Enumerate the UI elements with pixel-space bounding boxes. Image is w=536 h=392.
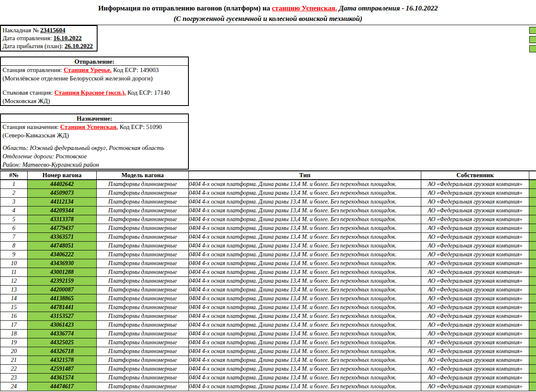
green-strip-cell — [529, 356, 536, 364]
wagon-owner-cell: АО «Федеральная грузовая компания» — [421, 268, 529, 276]
table-header-row: #№ Номер вагона Модель вагона Тип Собств… — [0, 171, 536, 180]
wagon-number-cell: 42392159 — [28, 276, 97, 285]
wagon-number-cell: 44200087 — [28, 285, 97, 294]
green-strip-cell — [529, 285, 536, 294]
wagon-number-cell: 44402642 — [28, 180, 97, 188]
spacer — [1, 83, 188, 88]
wagon-number-cell: 43313378 — [28, 215, 97, 224]
wagon-type-cell: 0404 4-х осная платформа. Длина рамы 13,… — [189, 356, 421, 364]
row-index-cell: 18 — [0, 329, 28, 338]
destination-station-label: Станция назначения: — [3, 124, 60, 130]
table-row: 444209344Платформы длинномерные0404 4-х … — [0, 206, 536, 215]
wagon-owner-cell: АО «Федеральная грузовая компания» — [421, 329, 529, 338]
departure-station-line: Станция отправления: Станция Уречье. Код… — [1, 66, 188, 74]
row-index-cell: 3 — [0, 197, 28, 206]
wagon-owner-cell: АО «Федеральная грузовая компания» — [421, 338, 529, 347]
destination-station-name: Станция Успенская. — [60, 124, 118, 130]
wagon-type-cell: 0404 4-х осная платформа. Длина рамы 13,… — [189, 382, 421, 391]
header-owner: Собственник — [421, 171, 529, 180]
wagon-number-cell: 43001288 — [28, 268, 97, 276]
green-cell-marker — [529, 27, 536, 34]
wagon-model-cell: Платформы длинномерные — [97, 259, 189, 268]
wagon-owner-cell: АО «Федеральная грузовая компания» — [421, 303, 529, 312]
table-row: 1844336774Платформы длинномерные0404 4-х… — [0, 329, 536, 338]
wagon-model-cell: Платформы длинномерные — [97, 197, 189, 206]
table-row: 2242591487Платформы длинномерные0404 4-х… — [0, 364, 536, 373]
table-row: 844748051Платформы длинномерные0404 4-х … — [0, 241, 536, 250]
title-prefix: Информация по отправлению вагонов (платф… — [98, 4, 272, 12]
green-strip-cell — [529, 364, 536, 373]
header-wagon-model: Модель вагона — [97, 171, 189, 180]
row-index-cell: 19 — [0, 338, 28, 347]
green-cell-marker — [529, 36, 536, 43]
wagon-number-cell: 44138865 — [28, 294, 97, 303]
row-index-cell: 7 — [0, 232, 28, 241]
green-strip-cell — [529, 276, 536, 285]
wagon-type-cell: 0404 4-х осная платформа. Длина рамы 13,… — [189, 180, 421, 188]
shipment-document: { "title": { "line1_prefix": "Информация… — [0, 0, 536, 392]
green-strip-cell — [529, 180, 536, 188]
departure-station-code: Код ЕСР: 149003 — [112, 67, 159, 73]
wagon-model-cell: Платформы длинномерные — [97, 268, 189, 276]
table-row: 1344200087Платформы длинномерные0404 4-х… — [0, 285, 536, 294]
table-row: 1143001288Платформы длинномерные0404 4-х… — [0, 268, 536, 276]
header-row-number: #№ — [0, 171, 28, 180]
header-wagon-number: Номер вагона — [28, 171, 97, 180]
wagon-type-cell: 0404 4-х осная платформа. Длина рамы 13,… — [189, 268, 421, 276]
wagon-type-cell: 0404 4-х осная платформа. Длина рамы 13,… — [189, 241, 421, 250]
wagon-number-cell: 44748051 — [28, 241, 97, 250]
departure-date-value: 16.10.2022 — [54, 35, 82, 41]
wagon-owner-cell: АО «Федеральная грузовая компания» — [421, 206, 529, 215]
wagon-type-cell: 0404 4-х осная платформа. Длина рамы 13,… — [189, 294, 421, 303]
wagon-model-cell: Платформы длинномерные — [97, 224, 189, 232]
departure-date-label: Дата отправления: — [3, 35, 54, 41]
green-strip-cell — [529, 320, 536, 329]
wagon-owner-cell: АО «Федеральная грузовая компания» — [421, 347, 529, 356]
title-destination-station: станцию Успенская. — [272, 4, 337, 12]
wagon-type-cell: 0404 4-х осная платформа. Длина рамы 13,… — [189, 224, 421, 232]
wagon-number-cell: 44474617 — [28, 382, 97, 391]
wagon-owner-cell: АО «Федеральная грузовая компания» — [421, 320, 529, 329]
wagon-table: #№ Номер вагона Модель вагона Тип Собств… — [0, 170, 536, 391]
wagon-model-cell: Платформы длинномерные — [97, 294, 189, 303]
wagon-type-cell: 0404 4-х осная платформа. Длина рамы 13,… — [189, 364, 421, 373]
green-strip-cell — [529, 188, 536, 197]
waybill-number-label: Накладная № — [3, 27, 40, 34]
wagon-owner-cell: АО «Федеральная грузовая компания» — [421, 285, 529, 294]
wagon-type-cell: 0404 4-х осная платформа. Длина рамы 13,… — [189, 206, 421, 215]
wagon-owner-cell: АО «Федеральная грузовая компания» — [421, 382, 529, 391]
wagon-type-cell: 0404 4-х осная платформа. Длина рамы 13,… — [189, 303, 421, 312]
destination-box: Назначение: Станция назначения: Станция … — [0, 113, 189, 170]
row-index-cell: 4 — [0, 206, 28, 215]
wagon-model-cell: Платформы длинномерные — [97, 329, 189, 338]
row-index-cell: 16 — [0, 312, 28, 320]
junction-station-code: Код ЕСР: 17140 — [126, 89, 170, 96]
table-row: 344112134Платформы длинномерные0404 4-х … — [0, 197, 536, 206]
row-index-cell: 14 — [0, 294, 28, 303]
wagon-number-cell: 44326718 — [28, 347, 97, 356]
wagon-model-cell: Платформы длинномерные — [97, 285, 189, 294]
row-index-cell: 17 — [0, 320, 28, 329]
arrival-date-label: Дата прибытия (план): — [3, 43, 64, 49]
wagon-type-cell: 0404 4-х осная платформа. Длина рамы 13,… — [189, 312, 421, 320]
wagon-model-cell: Платформы длинномерные — [97, 364, 189, 373]
departure-station-label: Станция отправления: — [3, 67, 64, 73]
wagon-owner-cell: АО «Федеральная грузовая компания» — [421, 188, 529, 197]
wagon-type-cell: 0404 4-х осная платформа. Длина рамы 13,… — [189, 215, 421, 224]
destination-station-code: Код ЕСР: 51090 — [118, 124, 162, 130]
green-strip-cell — [529, 294, 536, 303]
wagon-owner-cell: АО «Федеральная грузовая компания» — [421, 224, 529, 232]
table-row: 743363571Платформы длинномерные0404 4-х … — [0, 232, 536, 241]
wagon-number-cell: 44321578 — [28, 356, 97, 364]
table-row: 644779437Платформы длинномерные0404 4-х … — [0, 224, 536, 232]
wagon-model-cell: Платформы длинномерные — [97, 215, 189, 224]
table-row: 2444474617Платформы длинномерные0404 4-х… — [0, 382, 536, 391]
wagon-owner-cell: АО «Федеральная грузовая компания» — [421, 356, 529, 364]
destination-region: Область: Южный федеральный округ, Ростов… — [1, 144, 188, 152]
row-index-cell: 13 — [0, 285, 28, 294]
row-index-cell: 15 — [0, 303, 28, 312]
destination-district: Район: Матвеево-Курганский район — [1, 160, 188, 169]
wagon-model-cell: Платформы длинномерные — [97, 206, 189, 215]
destination-header: Назначение: — [1, 114, 188, 123]
wagon-number-cell: 42591487 — [28, 364, 97, 373]
